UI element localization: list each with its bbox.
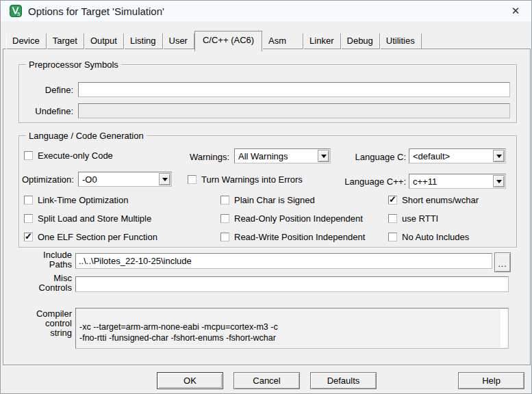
checkbox-execute-only-code[interactable]: Execute-only Code <box>24 150 113 161</box>
ok-button[interactable]: OK <box>157 372 223 389</box>
checkbox-read-only-position-independent[interactable]: Read-Only Position Independent <box>220 213 363 224</box>
define-label: Define: <box>23 85 73 95</box>
tab-page-cpp-ac6: Preprocessor Symbols Define: Undefine: L… <box>3 49 531 365</box>
checkbox-label: Execute-only Code <box>38 150 113 161</box>
include-paths-input[interactable] <box>75 253 492 269</box>
tab-utilities[interactable]: Utilities <box>380 34 422 49</box>
checkbox-read-write-position-independent[interactable]: Read-Write Position Independent <box>220 232 365 242</box>
define-input[interactable] <box>78 82 510 97</box>
svg-text:5: 5 <box>17 12 20 16</box>
browse-include-paths-button[interactable]: ... <box>494 252 511 272</box>
misc-controls-input[interactable] <box>75 276 509 292</box>
tab-strip: Device Target Output Listing User C/C++ … <box>6 31 422 51</box>
optimization-label: Optimization: <box>22 174 74 185</box>
checkbox-label: Read-Write Position Independent <box>234 232 365 242</box>
cancel-button[interactable]: Cancel <box>233 372 300 389</box>
checkbox-short-enums-wchar[interactable]: Short enums/wchar <box>388 195 479 205</box>
checkbox-label: Read-Only Position Independent <box>234 213 363 224</box>
help-button[interactable]: Help <box>458 372 524 389</box>
language-cpp-label: Language C++: <box>296 176 406 187</box>
checkbox-box[interactable] <box>220 196 229 205</box>
checkbox-no-auto-includes[interactable]: No Auto Includes <box>388 232 469 242</box>
checkbox-box[interactable] <box>220 214 229 223</box>
tab-asm[interactable]: Asm <box>262 34 303 49</box>
checkbox-label: No Auto Includes <box>402 232 469 242</box>
checkbox-one-elf-section-per-function[interactable]: One ELF Section per Function <box>24 232 157 242</box>
checkbox-box[interactable] <box>24 233 33 241</box>
checkbox-box[interactable] <box>24 196 33 205</box>
checkbox-split-load-store-multiple[interactable]: Split Load and Store Multiple <box>24 213 151 224</box>
checkbox-box[interactable] <box>188 175 197 184</box>
compiler-scrollbar-track <box>501 309 507 347</box>
checkbox-link-time-optimization[interactable]: Link-Time Optimization <box>24 195 128 205</box>
checkbox-box[interactable] <box>388 214 397 223</box>
tab-cpp-ac6[interactable]: C/C++ (AC6) <box>194 31 262 51</box>
tab-debug[interactable]: Debug <box>341 34 380 49</box>
optimization-select[interactable]: -O0 <box>78 172 172 187</box>
tab-linker[interactable]: Linker <box>303 34 340 49</box>
checkbox-label: Split Load and Store Multiple <box>38 213 151 224</box>
chevron-down-icon[interactable] <box>493 150 505 162</box>
checkbox-label: Turn Warnings into Errors <box>201 174 303 185</box>
tab-device[interactable]: Device <box>6 34 47 49</box>
checkbox-plain-char-is-signed[interactable]: Plain Char is Signed <box>220 195 315 205</box>
group-title: Preprocessor Symbols <box>26 60 121 70</box>
language-c-select[interactable]: <default> <box>409 148 506 163</box>
language-c-label: Language C: <box>296 152 406 162</box>
checkbox-turn-warnings-into-errors[interactable]: Turn Warnings into Errors <box>188 174 303 185</box>
language-cpp-select[interactable]: c++11 <box>409 174 506 189</box>
checkbox-label: One ELF Section per Function <box>38 232 157 242</box>
checkbox-label: Link-Time Optimization <box>38 195 128 205</box>
selected-value: <default> <box>409 151 492 161</box>
checkbox-box[interactable] <box>24 214 33 223</box>
checkbox-box[interactable] <box>24 151 33 160</box>
tab-listing[interactable]: Listing <box>124 34 163 49</box>
chevron-down-icon[interactable] <box>159 173 170 185</box>
checkbox-box[interactable] <box>220 233 229 241</box>
tab-output[interactable]: Output <box>84 34 124 49</box>
options-dialog: 5 Options for Target 'Simulation' ✕ Devi… <box>0 0 532 394</box>
compiler-control-string-box: -xc --target=arm-arm-none-eabi -mcpu=cor… <box>75 308 509 349</box>
compiler-control-string-text: -xc --target=arm-arm-none-eabi -mcpu=cor… <box>79 322 278 343</box>
selected-value: -O0 <box>79 174 158 185</box>
undefine-label: Undefine: <box>23 106 73 116</box>
checkbox-label: use RTTI <box>402 213 438 224</box>
close-icon[interactable]: ✕ <box>500 1 531 21</box>
compiler-control-string-label: Compiler control string <box>16 309 72 338</box>
uvision-app-icon: 5 <box>10 5 22 17</box>
checkbox-box[interactable] <box>388 196 397 205</box>
checkbox-box[interactable] <box>388 233 397 241</box>
chevron-down-icon[interactable] <box>493 175 505 187</box>
defaults-button[interactable]: Defaults <box>310 372 377 389</box>
checkbox-label: Plain Char is Signed <box>234 195 315 205</box>
misc-controls-label: Misc Controls <box>16 274 72 293</box>
checkbox-use-rtti[interactable]: use RTTI <box>388 213 438 224</box>
warnings-label: Warnings: <box>190 152 229 162</box>
title-bar: 5 Options for Target 'Simulation' ✕ <box>1 1 531 21</box>
undefine-input <box>78 103 510 118</box>
selected-value: c++11 <box>409 176 492 187</box>
include-paths-label: Include Paths <box>16 250 72 270</box>
window-title: Options for Target 'Simulation' <box>28 5 164 17</box>
tab-target[interactable]: Target <box>47 34 84 49</box>
tab-user[interactable]: User <box>163 34 194 49</box>
group-title: Language / Code Generation <box>26 131 147 141</box>
checkbox-label: Short enums/wchar <box>402 195 479 205</box>
